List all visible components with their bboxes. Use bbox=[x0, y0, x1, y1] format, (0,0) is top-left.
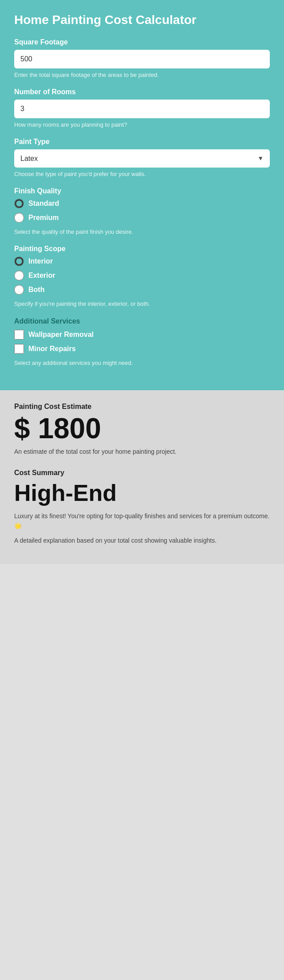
painting-scope-interior-radio[interactable] bbox=[14, 256, 24, 266]
finish-quality-label: Finish Quality bbox=[14, 187, 270, 195]
finish-quality-group: Finish Quality Standard Premium Select t… bbox=[14, 187, 270, 236]
painting-scope-interior-label: Interior bbox=[28, 257, 53, 265]
painting-scope-hint: Specify if you're painting the interior,… bbox=[14, 300, 270, 308]
additional-services-checkbox-group: Wallpaper Removal Minor Repairs bbox=[14, 330, 270, 354]
minor-repairs-checkbox[interactable] bbox=[14, 344, 24, 354]
estimate-hint: An estimate of the total cost for your h… bbox=[14, 447, 270, 456]
painting-scope-interior-item[interactable]: Interior bbox=[14, 256, 270, 266]
finish-quality-premium-label: Premium bbox=[28, 214, 59, 222]
page-title: Home Painting Cost Calculator bbox=[14, 12, 270, 28]
additional-services-hint: Select any additional services you might… bbox=[14, 359, 270, 367]
finish-quality-premium-radio[interactable] bbox=[14, 213, 24, 223]
painting-scope-exterior-label: Exterior bbox=[28, 272, 55, 280]
bottom-section: Painting Cost Estimate $ 1800 An estimat… bbox=[0, 390, 284, 564]
square-footage-hint: Enter the total square footage of the ar… bbox=[14, 71, 270, 79]
number-of-rooms-group: Number of Rooms How many rooms are you p… bbox=[14, 88, 270, 129]
additional-services-group: Additional Services Wallpaper Removal Mi… bbox=[14, 317, 270, 367]
number-of-rooms-input[interactable] bbox=[14, 100, 270, 118]
square-footage-input[interactable] bbox=[14, 50, 270, 68]
painting-scope-label: Painting Scope bbox=[14, 245, 270, 253]
painting-scope-both-item[interactable]: Both bbox=[14, 285, 270, 295]
wallpaper-removal-checkbox[interactable] bbox=[14, 330, 24, 340]
wallpaper-removal-label: Wallpaper Removal bbox=[28, 331, 94, 339]
finish-quality-standard-radio[interactable] bbox=[14, 199, 24, 208]
square-footage-group: Square Footage Enter the total square fo… bbox=[14, 38, 270, 79]
summary-desc-1: Luxury at its finest! You're opting for … bbox=[14, 511, 270, 531]
painting-scope-exterior-radio[interactable] bbox=[14, 271, 24, 280]
summary-label: Cost Summary bbox=[14, 469, 270, 477]
paint-type-select-wrapper: Latex Oil-Based Acrylic Chalk ▼ bbox=[14, 149, 270, 168]
painting-scope-exterior-item[interactable]: Exterior bbox=[14, 271, 270, 280]
finish-quality-radio-group: Standard Premium bbox=[14, 199, 270, 223]
paint-type-hint: Choose the type of paint you'd prefer fo… bbox=[14, 170, 270, 178]
summary-desc-2: A detailed explanation based on your tot… bbox=[14, 536, 270, 545]
number-of-rooms-hint: How many rooms are you planning to paint… bbox=[14, 121, 270, 129]
paint-type-select[interactable]: Latex Oil-Based Acrylic Chalk bbox=[14, 149, 270, 168]
painting-scope-group: Painting Scope Interior Exterior Both Sp… bbox=[14, 245, 270, 308]
estimate-label: Painting Cost Estimate bbox=[14, 403, 270, 411]
number-of-rooms-label: Number of Rooms bbox=[14, 88, 270, 96]
square-footage-label: Square Footage bbox=[14, 38, 270, 46]
paint-type-group: Paint Type Latex Oil-Based Acrylic Chalk… bbox=[14, 138, 270, 178]
painting-scope-radio-group: Interior Exterior Both bbox=[14, 256, 270, 295]
wallpaper-removal-item[interactable]: Wallpaper Removal bbox=[14, 330, 270, 340]
additional-services-label: Additional Services bbox=[14, 317, 270, 325]
estimate-value: $ 1800 bbox=[14, 414, 270, 443]
top-section: Home Painting Cost Calculator Square Foo… bbox=[0, 0, 284, 390]
finish-quality-standard-label: Standard bbox=[28, 200, 59, 208]
finish-quality-standard-item[interactable]: Standard bbox=[14, 199, 270, 208]
minor-repairs-label: Minor Repairs bbox=[28, 345, 76, 353]
finish-quality-hint: Select the quality of the paint finish y… bbox=[14, 228, 270, 236]
summary-value: High-End bbox=[14, 480, 270, 506]
painting-scope-both-label: Both bbox=[28, 286, 44, 294]
painting-scope-both-radio[interactable] bbox=[14, 285, 24, 295]
minor-repairs-item[interactable]: Minor Repairs bbox=[14, 344, 270, 354]
paint-type-label: Paint Type bbox=[14, 138, 270, 146]
finish-quality-premium-item[interactable]: Premium bbox=[14, 213, 270, 223]
